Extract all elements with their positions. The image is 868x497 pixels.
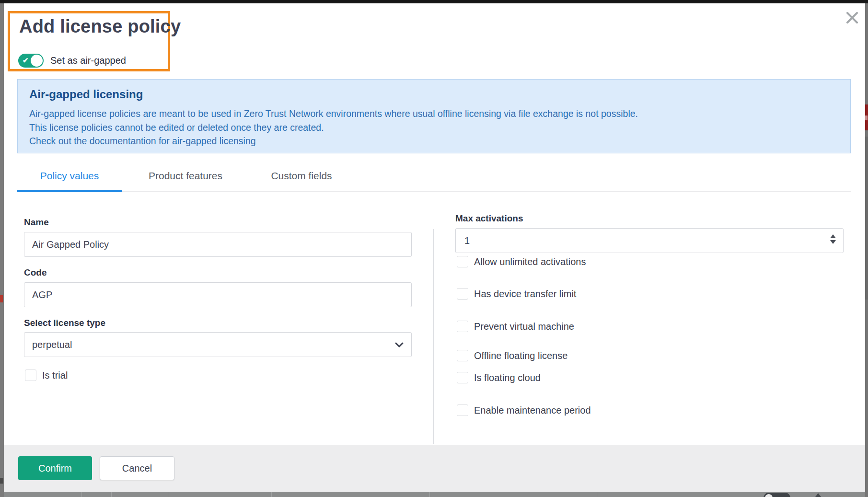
tab-policy-values[interactable]: Policy values <box>17 164 122 192</box>
stepper-up-icon[interactable] <box>830 234 836 238</box>
tab-product-features[interactable]: Product features <box>133 164 238 190</box>
option-row-enable-maintenance-period: Enable maintenance period <box>457 405 591 416</box>
add-license-policy-dialog: Add license policy ✔ Set as air-gapped A… <box>4 3 865 492</box>
backdrop-table-gridline <box>597 492 597 497</box>
prevent-virtual-machine-checkbox[interactable] <box>457 321 468 332</box>
tab-bar-baseline <box>17 191 851 192</box>
license-type-select[interactable]: perpetual <box>24 332 412 357</box>
info-banner-line: Air-gapped license policies are meant to… <box>29 107 850 121</box>
option-label: Prevent virtual machine <box>474 321 574 332</box>
number-stepper[interactable] <box>830 234 836 244</box>
backdrop-left-dark-fragment <box>0 478 3 484</box>
option-label: Is floating cloud <box>474 372 541 383</box>
name-label: Name <box>24 217 49 228</box>
name-input[interactable] <box>24 232 412 257</box>
backdrop-table-gridline <box>735 492 735 497</box>
stepper-down-icon[interactable] <box>830 240 836 244</box>
is-trial-checkbox[interactable] <box>25 370 36 381</box>
backdrop-table-gridline <box>111 492 112 497</box>
backdrop-table-gridline <box>271 492 272 497</box>
toggle-knob <box>31 55 43 67</box>
close-icon[interactable] <box>843 8 862 27</box>
is-trial-label: Is trial <box>42 370 68 381</box>
max-activations-field <box>455 228 844 253</box>
backdrop-top-bar <box>0 0 868 3</box>
option-row-allow-unlimited-activations: Allow unlimited activations <box>457 256 586 267</box>
option-label: Allow unlimited activations <box>474 256 586 267</box>
chevron-down-icon <box>395 342 404 347</box>
backdrop-table-strip <box>4 492 865 497</box>
tab-bar: Policy values Product features Custom fi… <box>17 164 851 192</box>
air-gapped-toggle[interactable]: ✔ <box>18 54 44 68</box>
scrollbar-thumb[interactable] <box>865 137 868 300</box>
option-row-is-floating-cloud: Is floating cloud <box>457 372 541 383</box>
option-label: Enable maintenance period <box>474 405 591 416</box>
code-label: Code <box>24 267 47 278</box>
backdrop-red-banner-text-fragment <box>865 116 868 120</box>
confirm-button[interactable]: Confirm <box>18 456 92 480</box>
max-activations-input[interactable] <box>455 228 844 253</box>
is-trial-row: Is trial <box>25 370 68 381</box>
license-type-selected-value: perpetual <box>32 339 395 350</box>
column-divider <box>433 229 434 444</box>
check-icon: ✔ <box>23 56 29 65</box>
backdrop-left-text-fragment <box>0 295 3 302</box>
air-gapped-toggle-label: Set as air-gapped <box>50 55 126 66</box>
backdrop-toggle-fragment <box>764 493 790 497</box>
backdrop-table-gridline <box>168 492 168 497</box>
allow-unlimited-activations-checkbox[interactable] <box>457 256 468 267</box>
option-row-prevent-virtual-machine: Prevent virtual machine <box>457 321 574 332</box>
option-row-has-device-transfer-limit: Has device transfer limit <box>457 288 576 300</box>
cancel-button[interactable]: Cancel <box>100 456 174 480</box>
air-gapped-info-banner: Air-gapped licensing Air-gapped license … <box>17 79 851 153</box>
info-banner-heading: Air-gapped licensing <box>29 88 850 101</box>
option-label: Offline floating license <box>474 350 567 361</box>
is-floating-cloud-checkbox[interactable] <box>457 372 468 383</box>
option-label: Has device transfer limit <box>474 289 576 300</box>
max-activations-label: Max activations <box>455 213 523 224</box>
dialog-footer: Confirm Cancel <box>4 445 865 492</box>
info-banner-documentation-link[interactable]: Check out the documentantion for air-gap… <box>29 134 850 148</box>
enable-maintenance-period-checkbox[interactable] <box>457 405 468 416</box>
option-row-offline-floating-license: Offline floating license <box>457 350 567 361</box>
page-title: Add license policy <box>19 16 181 37</box>
info-banner-line: This license policies cannot be edited o… <box>29 121 850 135</box>
code-input[interactable] <box>24 282 412 307</box>
backdrop-table-gridline <box>429 492 430 497</box>
close-x-glyph <box>846 12 858 24</box>
backdrop-arrow-fragment <box>815 493 822 497</box>
license-type-label: Select license type <box>24 318 105 328</box>
has-device-transfer-limit-checkbox[interactable] <box>457 288 468 300</box>
offline-floating-license-checkbox[interactable] <box>457 350 468 361</box>
tab-custom-fields[interactable]: Custom fields <box>249 164 354 190</box>
backdrop-table-gridline <box>81 492 82 497</box>
